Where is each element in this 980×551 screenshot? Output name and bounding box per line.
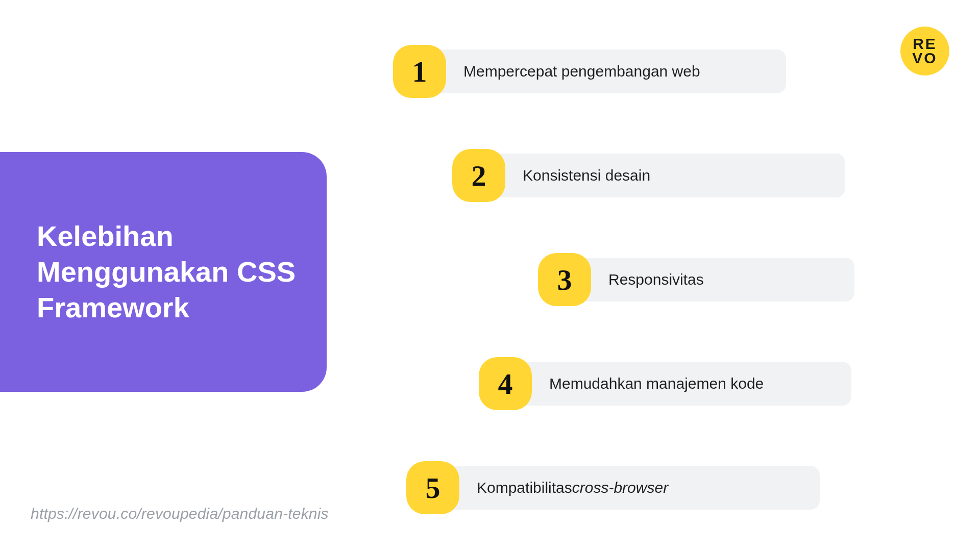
page-title: Kelebihan Menggunakan CSS Framework [0,218,327,325]
item-label: Konsistensi desain [478,154,845,197]
title-card: Kelebihan Menggunakan CSS Framework [0,152,327,392]
number-badge: 2 [452,149,505,202]
list-item: 2Konsistensi desain [452,149,845,202]
list-item: 5Kompatibilitas cross-browser [406,461,820,514]
brand-logo: RE VO [900,27,949,76]
logo-line-2: VO [912,51,937,66]
number-badge: 5 [406,461,459,514]
number-badge: 4 [479,357,532,410]
logo-line-1: RE [913,37,937,52]
list-item: 3Responsivitas [538,253,854,306]
source-url: https://revou.co/revoupedia/panduan-tekn… [31,505,329,522]
item-label: Mempercepat pengembangan web [419,49,786,93]
list-item: 1Mempercepat pengembangan web [393,45,786,98]
item-label: Kompatibilitas cross-browser [432,466,820,510]
item-label: Responsivitas [564,258,854,302]
item-label: Memudahkan manajemen kode [504,362,851,406]
number-badge: 3 [538,253,591,306]
list-item: 4Memudahkan manajemen kode [479,357,851,410]
number-badge: 1 [393,45,446,98]
